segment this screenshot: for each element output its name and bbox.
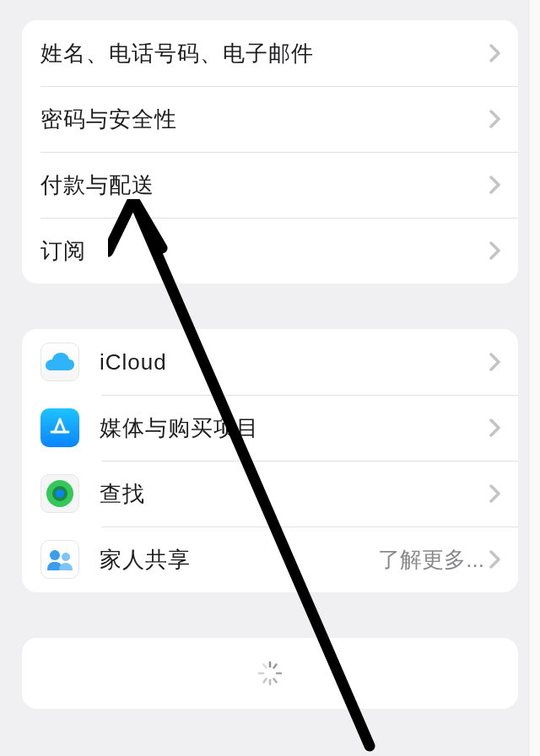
svg-point-7 <box>62 553 70 561</box>
chevron-right-icon <box>489 44 501 62</box>
loading-section <box>22 638 518 709</box>
services-section: iCloud 媒体与购买项目 查找 家人共享 <box>22 329 518 592</box>
chevron-right-icon <box>489 484 501 503</box>
row-find-my[interactable]: 查找 <box>22 461 518 526</box>
account-section: 姓名、电话号码、电子邮件 密码与安全性 付款与配送 订阅 <box>22 20 518 284</box>
row-family-sharing[interactable]: 家人共享 了解更多... <box>22 526 518 592</box>
chevron-right-icon <box>489 241 501 260</box>
row-label: 密码与安全性 <box>40 105 489 134</box>
chevron-right-icon <box>489 110 501 128</box>
findmy-icon <box>40 474 79 513</box>
svg-point-5 <box>56 489 64 498</box>
row-media-purchases[interactable]: 媒体与购买项目 <box>22 395 518 461</box>
row-label: 查找 <box>100 479 489 509</box>
right-edge-overlay <box>530 0 540 756</box>
svg-line-15 <box>264 665 267 668</box>
row-subscriptions[interactable]: 订阅 <box>22 218 518 284</box>
row-label: 媒体与购买项目 <box>100 413 489 443</box>
row-detail: 了解更多... <box>378 545 484 575</box>
row-icloud[interactable]: iCloud <box>22 329 518 395</box>
chevron-right-icon <box>489 418 501 437</box>
svg-line-9 <box>274 665 277 668</box>
row-label: 家人共享 <box>100 545 378 575</box>
appstore-icon <box>40 408 79 447</box>
row-label: 付款与配送 <box>40 170 489 200</box>
svg-line-13 <box>264 679 267 683</box>
chevron-right-icon <box>489 176 501 194</box>
spinner-icon <box>256 659 284 688</box>
row-payment-shipping[interactable]: 付款与配送 <box>22 152 518 218</box>
family-icon <box>40 540 79 579</box>
svg-line-1 <box>60 419 65 432</box>
chevron-right-icon <box>489 353 501 371</box>
icloud-icon <box>40 343 79 381</box>
row-password-security[interactable]: 密码与安全性 <box>22 86 518 152</box>
svg-line-0 <box>55 419 60 432</box>
row-label: iCloud <box>100 349 489 375</box>
row-name-phone-email[interactable]: 姓名、电话号码、电子邮件 <box>22 20 518 86</box>
svg-point-6 <box>50 550 60 560</box>
row-label: 姓名、电话号码、电子邮件 <box>40 39 489 68</box>
row-label: 订阅 <box>40 236 489 266</box>
chevron-right-icon <box>489 550 501 569</box>
svg-line-11 <box>274 679 277 683</box>
